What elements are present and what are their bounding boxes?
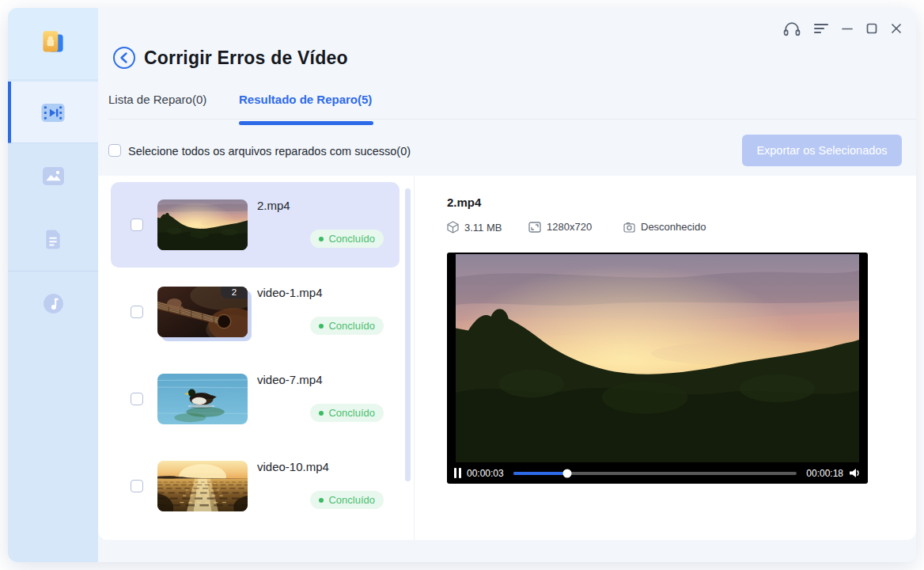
sidebar-divider	[8, 142, 98, 143]
item-checkbox[interactable]	[131, 218, 143, 231]
list-item-video-7mp4[interactable]: video-7.mp4 Concluído	[111, 356, 400, 442]
back-button[interactable]	[112, 46, 136, 70]
sidebar-item-photo-repair[interactable]	[8, 145, 98, 207]
sunset-water-thumbnail	[157, 461, 248, 511]
sidebar	[8, 8, 98, 562]
sidebar-item-video-repair[interactable]	[8, 82, 98, 143]
sidebar-item-file-repair[interactable]	[8, 208, 98, 270]
tab-repair-list[interactable]: Lista de Reparo(0)	[108, 93, 206, 106]
list-item-video-1mp4[interactable]: 2 video-1.mp4 Concluído	[111, 269, 400, 355]
list-item-2mp4[interactable]: 2.mp4 Concluído	[111, 182, 400, 268]
camera-value: Desconhecido	[641, 221, 706, 233]
video-thumbnail: 2	[157, 287, 248, 337]
menu-icon	[814, 23, 828, 34]
pause-icon	[459, 468, 461, 478]
app-logo-icon	[36, 27, 70, 60]
total-time: 00:00:18	[806, 468, 843, 479]
close-icon	[891, 23, 902, 34]
file-repair-icon	[44, 230, 62, 249]
content-panel: 2.mp4 Concluído	[98, 176, 916, 540]
app-logo	[8, 8, 98, 79]
item-checkbox[interactable]	[131, 306, 143, 318]
status-dot-icon	[319, 498, 324, 503]
status-text: Concluído	[328, 233, 375, 245]
list-scrollbar[interactable]	[405, 188, 411, 481]
video-repair-icon	[40, 102, 66, 124]
resolution-icon	[528, 222, 541, 233]
tab-repair-result[interactable]: Resultado de Reparo(5)	[239, 93, 372, 106]
camera-icon	[623, 222, 635, 233]
pause-icon	[454, 468, 456, 478]
status-text: Concluído	[328, 407, 375, 419]
resolution-info: 1280x720	[528, 221, 592, 233]
list-item-video-10mp4[interactable]: video-10.mp4 Concluído	[111, 443, 400, 529]
photo-repair-icon	[43, 167, 64, 185]
status-badge: Concluído	[310, 317, 384, 335]
panel-divider	[414, 176, 415, 540]
status-dot-icon	[319, 324, 324, 329]
volume-icon	[849, 468, 861, 478]
seek-handle[interactable]	[562, 469, 571, 477]
app-window: Corrigir Erros de Vídeo Lista de Reparo(…	[8, 8, 916, 562]
camera-info: Desconhecido	[623, 221, 706, 233]
status-badge: Concluído	[310, 491, 384, 509]
video-thumbnail	[157, 200, 248, 250]
sidebar-divider	[8, 271, 98, 272]
page-title: Corrigir Erros de Vídeo	[144, 48, 348, 69]
item-checkbox[interactable]	[131, 480, 143, 492]
video-thumbnail	[157, 461, 248, 511]
volume-button[interactable]	[849, 468, 861, 478]
tabs-divider	[108, 119, 916, 120]
status-badge: Concluído	[310, 230, 384, 248]
status-badge: Concluído	[310, 404, 384, 422]
maximize-button[interactable]	[866, 21, 877, 36]
pause-button[interactable]	[454, 468, 461, 478]
current-time: 00:00:03	[467, 468, 504, 479]
support-headphones-button[interactable]	[783, 21, 801, 36]
status-text: Concluído	[328, 320, 375, 332]
cube-icon	[447, 221, 459, 234]
headphones-icon	[783, 21, 801, 36]
minimize-icon	[842, 23, 853, 34]
close-button[interactable]	[891, 21, 902, 36]
video-frame	[456, 254, 859, 462]
maximize-icon	[866, 23, 877, 34]
file-size-value: 3.11 MB	[464, 222, 502, 234]
file-size-info: 3.11 MB	[447, 221, 502, 234]
screen: Corrigir Erros de Vídeo Lista de Reparo(…	[0, 0, 924, 570]
sunset-forest-video	[456, 254, 859, 462]
resolution-value: 1280x720	[547, 221, 592, 233]
status-text: Concluído	[328, 494, 375, 506]
status-dot-icon	[319, 237, 324, 241]
sunset-forest-thumbnail	[157, 200, 248, 250]
file-name: video-1.mp4	[257, 286, 323, 299]
item-checkbox[interactable]	[131, 393, 143, 405]
player-controls: 00:00:03 00:00:18	[447, 462, 868, 484]
select-all-label: Selecione todos os arquivos reparados co…	[128, 145, 411, 158]
minimize-button[interactable]	[842, 21, 853, 36]
file-name: video-7.mp4	[257, 373, 323, 386]
seek-progress	[513, 472, 567, 475]
export-selected-button[interactable]: Exportar os Selecionados	[742, 135, 902, 166]
titlebar-controls	[783, 21, 902, 36]
status-dot-icon	[319, 411, 324, 416]
video-thumbnail	[157, 374, 248, 424]
menu-button[interactable]	[814, 21, 828, 36]
file-name: video-10.mp4	[257, 460, 329, 473]
file-name: 2.mp4	[257, 199, 290, 212]
sidebar-item-audio-repair[interactable]	[8, 272, 98, 334]
seek-slider[interactable]	[513, 472, 797, 475]
back-icon	[112, 46, 136, 70]
detail-file-name: 2.mp4	[447, 196, 481, 209]
duck-on-water-thumbnail	[157, 374, 248, 424]
thumbnail-count-badge: 2	[221, 287, 248, 298]
active-indicator	[8, 82, 11, 143]
select-all-checkbox[interactable]	[108, 144, 121, 157]
video-player: 00:00:03 00:00:18	[447, 253, 868, 484]
audio-repair-icon	[43, 293, 64, 314]
